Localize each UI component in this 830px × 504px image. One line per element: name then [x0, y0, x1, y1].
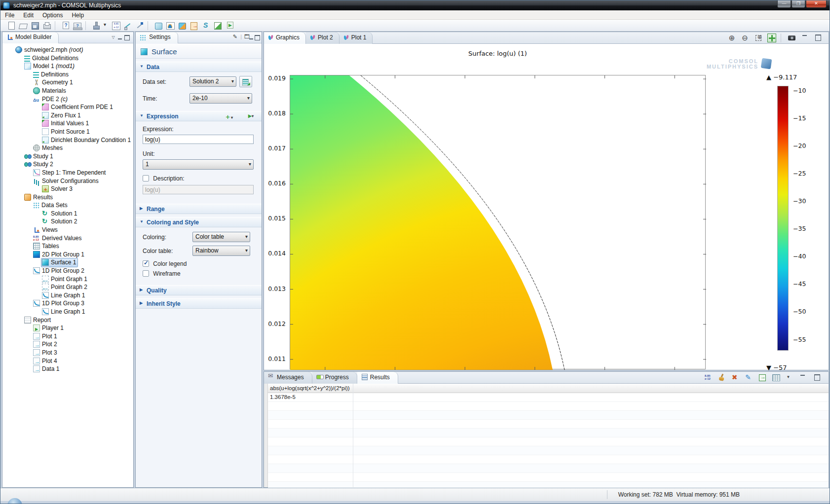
zoom-in-icon[interactable]: [728, 34, 737, 42]
tree-item[interactable]: Meshes: [2, 144, 133, 152]
panel-min-icon[interactable]: [801, 34, 810, 42]
tree-item[interactable]: Line Graph 1: [2, 291, 133, 299]
snapshot-icon[interactable]: [788, 34, 796, 42]
open-file-icon[interactable]: [19, 21, 28, 30]
tree-item[interactable]: Plot 2: [2, 340, 133, 348]
tree-item[interactable]: 1D Plot Group 2: [2, 266, 133, 275]
precision-icon[interactable]: [704, 373, 713, 382]
add-expression-icon[interactable]: ＋▾: [225, 112, 233, 121]
color-table-select[interactable]: Rainbow: [192, 246, 250, 256]
material-color-icon[interactable]: [92, 21, 101, 30]
maximize-button[interactable]: ❐: [792, 0, 805, 8]
draw-line-icon[interactable]: [123, 21, 132, 30]
minimize-button[interactable]: —: [777, 0, 791, 8]
style-brush-icon[interactable]: ✎: [233, 34, 237, 40]
color-legend-checkbox[interactable]: [143, 260, 149, 267]
mesh-node-icon[interactable]: [201, 21, 210, 30]
table-row[interactable]: 1.3678e-5: [268, 393, 829, 402]
tree-item[interactable]: Model 1 (mod1): [2, 62, 133, 70]
constants-icon[interactable]: [112, 21, 120, 30]
model-builder-tab[interactable]: Model Builder: [2, 32, 59, 43]
tree-item[interactable]: Global Definitions: [2, 54, 133, 62]
tree-item[interactable]: Coefficient Form PDE 1: [2, 103, 133, 111]
save-icon[interactable]: [31, 21, 39, 30]
tree-item[interactable]: Plot 3: [2, 348, 133, 357]
graphics-tab[interactable]: Plot 2: [306, 32, 340, 44]
data-set-select[interactable]: Solution 2: [189, 76, 236, 87]
help-icon[interactable]: [61, 21, 70, 30]
coloring-select[interactable]: Color table: [192, 232, 250, 242]
dropdown-caret-icon[interactable]: [104, 21, 109, 30]
tree-item[interactable]: Solver 3: [2, 184, 133, 193]
menu-item[interactable]: Edit: [19, 11, 38, 20]
tree-item[interactable]: Data Sets: [2, 201, 133, 209]
graphics-tab[interactable]: Graphics: [264, 32, 306, 44]
panel-maximize-button[interactable]: [124, 35, 130, 40]
tree-item[interactable]: Solver Configurations: [2, 177, 133, 185]
zoom-out-icon[interactable]: [741, 34, 750, 42]
draw-point-icon[interactable]: [135, 21, 144, 30]
export-table-icon[interactable]: [758, 373, 767, 382]
tree-item[interactable]: Line Graph 1: [2, 307, 133, 316]
clear-table-icon[interactable]: [717, 373, 726, 382]
tree-item[interactable]: Materials: [2, 86, 133, 95]
tree-item[interactable]: Plot 1: [2, 332, 133, 340]
tree-item[interactable]: Report: [2, 316, 133, 324]
tree-item[interactable]: Tables: [2, 242, 133, 250]
section-expression[interactable]: ▼Expression ＋▾ ▶▾: [136, 111, 262, 121]
plot-node-icon[interactable]: [166, 21, 175, 30]
new-file-icon[interactable]: [7, 21, 16, 30]
tree-item[interactable]: 2D Plot Group 1: [2, 250, 133, 258]
import-data-icon[interactable]: [189, 21, 198, 30]
panel-maximize-button[interactable]: [254, 35, 261, 40]
settings-tab[interactable]: Settings: [136, 32, 178, 43]
more-caret-icon[interactable]: [786, 373, 794, 382]
geometry-node-icon[interactable]: [154, 21, 163, 30]
compute-check-icon[interactable]: [213, 21, 222, 30]
tree-item[interactable]: Point Source 1: [2, 127, 133, 136]
close-button[interactable]: ✕: [806, 0, 827, 8]
menu-item[interactable]: File: [0, 11, 19, 20]
graphics-tab[interactable]: Plot 1: [340, 32, 373, 44]
table-header-row[interactable]: abs(u+log(sqrt(x^2+y^2))/(2*pi)): [268, 384, 829, 393]
expression-input[interactable]: log(u): [143, 135, 254, 144]
tree-item[interactable]: Definitions: [2, 70, 133, 78]
tree-item[interactable]: Data 1: [2, 364, 133, 373]
tree-item[interactable]: Surface 1: [2, 258, 133, 266]
panel-max-icon[interactable]: [813, 373, 822, 382]
tree-item[interactable]: Solution 1: [2, 209, 133, 217]
tree-item[interactable]: Views: [2, 225, 133, 234]
section-inherit-style[interactable]: ▶Inherit Style: [136, 298, 262, 309]
section-data[interactable]: ▼Data: [136, 62, 262, 72]
start-orb-icon[interactable]: [7, 498, 22, 504]
plot-brush-icon[interactable]: [745, 373, 754, 382]
tree-item[interactable]: Player 1: [2, 324, 133, 332]
tree-item[interactable]: schweiger2.mph (root): [2, 45, 133, 54]
play-animation-icon[interactable]: [225, 21, 234, 30]
plot-canvas[interactable]: Surface: log(u) (1) COMSOLMULTIPHYSICS: [264, 44, 829, 370]
tree-item[interactable]: Initial Values 1: [2, 119, 133, 127]
tree-item[interactable]: Dirichlet Boundary Condition 1: [2, 136, 133, 144]
info-tab[interactable]: Results: [357, 372, 398, 384]
tree-item[interactable]: Study 1: [2, 152, 133, 160]
tree-item[interactable]: Point Graph 1: [2, 275, 133, 283]
panel-max-icon[interactable]: [814, 34, 823, 42]
info-tab[interactable]: Messages: [264, 372, 312, 384]
tree-item[interactable]: Geometry 1: [2, 78, 133, 86]
edit-dataset-button[interactable]: [239, 76, 252, 87]
tree-item[interactable]: Derived Values: [2, 234, 133, 242]
documentation-icon[interactable]: [73, 21, 82, 30]
tree-item[interactable]: Plot 4: [2, 357, 133, 365]
delete-icon[interactable]: [731, 373, 740, 382]
wireframe-checkbox[interactable]: [143, 270, 149, 277]
time-select[interactable]: 2e-10: [189, 93, 252, 104]
tree-item[interactable]: PDE 2 (c): [2, 95, 133, 103]
section-quality[interactable]: ▶Quality: [136, 285, 262, 295]
section-range[interactable]: ▶Range: [136, 204, 262, 214]
menu-item[interactable]: Options: [38, 11, 67, 20]
tree-item[interactable]: Zero Flux 1: [2, 111, 133, 119]
print-icon[interactable]: [42, 21, 51, 30]
section-coloring[interactable]: ▼Coloring and Style: [136, 217, 262, 227]
zoom-extents-icon[interactable]: [767, 34, 776, 42]
panel-minimize-button[interactable]: [117, 35, 123, 40]
